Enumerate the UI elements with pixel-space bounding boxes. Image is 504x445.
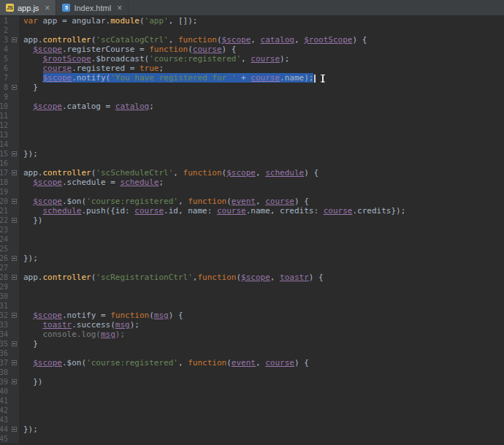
code-line[interactable]: 5 $rootScope.$broadcast('course:register… bbox=[0, 54, 504, 64]
code-line[interactable]: 18 $scope.schedule = schedule; bbox=[0, 178, 504, 187]
line-number-gutter[interactable]: 41 bbox=[0, 396, 9, 406]
line-number-gutter[interactable]: 35 bbox=[0, 339, 9, 349]
line-number-gutter[interactable]: 2 bbox=[0, 26, 9, 35]
line-number-gutter[interactable]: 5 bbox=[0, 54, 9, 64]
code-text[interactable]: $scope.registerCourse = function(course)… bbox=[19, 45, 504, 54]
line-number-gutter[interactable]: 43 bbox=[0, 415, 9, 425]
line-number-gutter[interactable]: 7 bbox=[0, 73, 9, 83]
code-text[interactable] bbox=[19, 434, 504, 444]
line-number-gutter[interactable]: 6 bbox=[0, 64, 9, 73]
line-number-gutter[interactable]: 45 bbox=[0, 434, 9, 444]
line-number-gutter[interactable]: 13 bbox=[0, 130, 9, 140]
line-number-gutter[interactable]: 11 bbox=[0, 111, 9, 121]
code-line[interactable]: 42 bbox=[0, 406, 504, 415]
code-line[interactable]: 33 toastr.success(msg); bbox=[0, 320, 504, 330]
line-number-gutter[interactable]: 8 bbox=[0, 83, 9, 92]
code-text[interactable]: schedule.push({id: course.id, name: cour… bbox=[19, 206, 504, 216]
line-number-gutter[interactable]: 38 bbox=[0, 368, 9, 377]
fold-marker-icon[interactable] bbox=[12, 256, 17, 261]
code-text[interactable] bbox=[19, 396, 504, 406]
line-number-gutter[interactable]: 25 bbox=[0, 244, 9, 254]
code-text[interactable] bbox=[19, 159, 504, 168]
line-number-gutter[interactable]: 12 bbox=[0, 121, 9, 130]
line-number-gutter[interactable]: 27 bbox=[0, 263, 9, 273]
line-number-gutter[interactable]: 28 bbox=[0, 273, 9, 282]
line-number-gutter[interactable]: 36 bbox=[0, 349, 9, 358]
code-line[interactable]: 11 bbox=[0, 111, 504, 121]
code-text[interactable]: }); bbox=[19, 254, 504, 263]
code-text[interactable] bbox=[19, 368, 504, 377]
tab-app-js[interactable]: JS app.js × bbox=[0, 0, 56, 15]
code-text[interactable]: var app = angular.module('app', []); bbox=[19, 16, 504, 26]
fold-marker-icon[interactable] bbox=[12, 360, 17, 365]
line-number-gutter[interactable]: 18 bbox=[0, 178, 9, 187]
line-number-gutter[interactable]: 21 bbox=[0, 206, 9, 216]
code-line[interactable]: 3app.controller('scCatalogCtrl', functio… bbox=[0, 35, 504, 45]
code-text[interactable] bbox=[19, 301, 504, 311]
code-line[interactable]: 10 $scope.catalog = catalog; bbox=[0, 102, 504, 111]
code-text[interactable]: $scope.catalog = catalog; bbox=[19, 102, 504, 111]
code-line[interactable]: 24 bbox=[0, 235, 504, 244]
code-line[interactable]: 35 } bbox=[0, 339, 504, 349]
code-line[interactable]: 15}); bbox=[0, 149, 504, 159]
code-line[interactable]: 6 course.registered = true; bbox=[0, 64, 504, 73]
line-number-gutter[interactable]: 14 bbox=[0, 140, 9, 149]
line-number-gutter[interactable]: 31 bbox=[0, 301, 9, 311]
close-tab-icon[interactable]: × bbox=[45, 4, 50, 12]
code-text[interactable]: } bbox=[19, 83, 504, 92]
code-text[interactable]: }); bbox=[19, 149, 504, 159]
code-line[interactable]: 22 }) bbox=[0, 216, 504, 225]
line-number-gutter[interactable]: 29 bbox=[0, 282, 9, 292]
code-line[interactable]: 20 $scope.$on('course:registered', funct… bbox=[0, 197, 504, 206]
code-text[interactable]: $scope.$on('course:registered', function… bbox=[19, 197, 504, 206]
code-line[interactable]: 29 bbox=[0, 282, 504, 292]
line-number-gutter[interactable]: 15 bbox=[0, 149, 9, 159]
code-text[interactable] bbox=[19, 282, 504, 292]
code-line[interactable]: 1var app = angular.module('app', []); bbox=[0, 16, 504, 26]
code-text[interactable] bbox=[19, 349, 504, 358]
code-line[interactable]: 34 console.log(msg); bbox=[0, 330, 504, 339]
line-number-gutter[interactable]: 33 bbox=[0, 320, 9, 330]
line-number-gutter[interactable]: 9 bbox=[0, 92, 9, 102]
close-tab-icon[interactable]: × bbox=[117, 4, 122, 12]
code-line[interactable]: 28app.controller('scRegistrationCtrl',fu… bbox=[0, 273, 504, 282]
code-text[interactable]: app.controller('scCatalogCtrl', function… bbox=[19, 35, 504, 45]
code-line[interactable]: 19 bbox=[0, 187, 504, 197]
code-text[interactable] bbox=[19, 263, 504, 273]
line-number-gutter[interactable]: 3 bbox=[0, 35, 9, 45]
code-line[interactable]: 40 bbox=[0, 387, 504, 396]
code-line[interactable]: 30 bbox=[0, 292, 504, 301]
line-number-gutter[interactable]: 10 bbox=[0, 102, 9, 111]
code-text[interactable] bbox=[19, 111, 504, 121]
line-number-gutter[interactable]: 20 bbox=[0, 197, 9, 206]
code-line[interactable]: 16 bbox=[0, 159, 504, 168]
code-line[interactable]: 13 bbox=[0, 130, 504, 140]
code-text[interactable]: $scope.notify('You have registered for '… bbox=[19, 73, 504, 83]
code-text[interactable] bbox=[19, 140, 504, 149]
line-number-gutter[interactable]: 39 bbox=[0, 377, 9, 387]
code-text[interactable] bbox=[19, 187, 504, 197]
code-line[interactable]: 36 bbox=[0, 349, 504, 358]
code-text[interactable] bbox=[19, 387, 504, 396]
code-line[interactable]: 7 $scope.notify('You have registered for… bbox=[0, 73, 504, 83]
line-number-gutter[interactable]: 37 bbox=[0, 358, 9, 368]
code-line[interactable]: 27 bbox=[0, 263, 504, 273]
fold-marker-icon[interactable] bbox=[12, 341, 17, 346]
fold-marker-icon[interactable] bbox=[12, 199, 17, 204]
code-text[interactable] bbox=[19, 130, 504, 140]
code-text[interactable]: console.log(msg); bbox=[19, 330, 504, 339]
code-text[interactable] bbox=[19, 292, 504, 301]
code-line[interactable]: 25 bbox=[0, 244, 504, 254]
line-number-gutter[interactable]: 42 bbox=[0, 406, 9, 415]
code-line[interactable]: 8 } bbox=[0, 83, 504, 92]
line-number-gutter[interactable]: 16 bbox=[0, 159, 9, 168]
line-number-gutter[interactable]: 4 bbox=[0, 45, 9, 54]
fold-marker-icon[interactable] bbox=[12, 379, 17, 384]
fold-marker-icon[interactable] bbox=[12, 427, 17, 432]
code-text[interactable]: app.controller('scScheduleCtrl', functio… bbox=[19, 168, 504, 178]
line-number-gutter[interactable]: 30 bbox=[0, 292, 9, 301]
code-line[interactable]: 32 $scope.notify = function(msg) { bbox=[0, 311, 504, 320]
fold-marker-icon[interactable] bbox=[12, 85, 17, 90]
code-text[interactable] bbox=[19, 225, 504, 235]
code-text[interactable]: } bbox=[19, 339, 504, 349]
